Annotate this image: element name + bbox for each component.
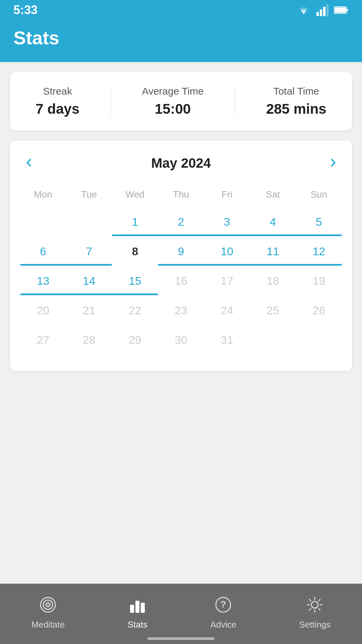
advice-icon: ? — [213, 595, 233, 616]
calendar-cell-20[interactable]: 20 — [20, 299, 66, 328]
nav-item-meditate[interactable]: Meditate — [32, 595, 65, 630]
day-number-24: 24 — [221, 305, 233, 316]
avg-time-stat: Average Time 15:00 — [142, 86, 204, 117]
day-number-13: 13 — [37, 275, 50, 286]
calendar-cell-26[interactable]: 26 — [296, 299, 342, 328]
day-number-6: 6 — [40, 246, 46, 257]
calendar-cell-27[interactable]: 27 — [20, 328, 66, 358]
calendar-cell-24[interactable]: 24 — [204, 299, 250, 328]
streak-stat: Streak 7 days — [36, 86, 79, 117]
day-header-mon: Mon — [20, 186, 66, 203]
nav-advice-label: Advice — [210, 620, 236, 630]
calendar-cell-22[interactable]: 22 — [112, 299, 158, 328]
day-number-12: 12 — [313, 246, 325, 257]
signal-icon — [316, 4, 328, 16]
svg-text:?: ? — [221, 599, 226, 609]
calendar-cell-30[interactable]: 30 — [158, 328, 204, 358]
streak-label: Streak — [43, 86, 72, 97]
row2-underline-2 — [158, 264, 342, 266]
day-header-wed: Wed — [112, 186, 158, 203]
nav-settings-label: Settings — [299, 620, 331, 630]
chevron-right-icon — [328, 157, 339, 168]
wifi-icon — [296, 4, 311, 16]
day-number-5: 5 — [316, 216, 322, 227]
day-number-31: 31 — [221, 334, 233, 345]
calendar-cell-21[interactable]: 21 — [66, 299, 112, 328]
day-number-20: 20 — [37, 305, 50, 316]
calendar-card: May 2024 Mon Tue Wed Thu Fri Sat Sun — [10, 141, 352, 371]
svg-rect-5 — [335, 7, 346, 13]
calendar-cell-29[interactable]: 29 — [112, 328, 158, 358]
day-header-fri: Fri — [204, 186, 250, 203]
stats-summary-card: Streak 7 days Average Time 15:00 Total T… — [10, 72, 352, 130]
svg-rect-11 — [130, 605, 134, 613]
svg-rect-1 — [320, 9, 322, 16]
day-number-9: 9 — [178, 246, 184, 257]
avg-time-value: 15:00 — [155, 101, 191, 117]
svg-point-10 — [47, 604, 49, 605]
day-number-14: 14 — [83, 275, 96, 286]
day-header-tue: Tue — [66, 186, 112, 203]
day-number-23: 23 — [175, 305, 187, 316]
stat-divider-1 — [111, 86, 111, 117]
status-time: 5:33 — [13, 3, 38, 17]
calendar-cell-16[interactable]: 16 — [158, 269, 204, 299]
day-number-10: 10 — [221, 246, 233, 257]
nav-item-settings[interactable]: Settings — [299, 595, 331, 630]
calendar-cell-25[interactable]: 25 — [250, 299, 296, 328]
row1-underline — [112, 234, 342, 236]
calendar-cell-18[interactable]: 18 — [250, 269, 296, 299]
day-number-16: 16 — [175, 275, 187, 286]
day-number-17: 17 — [221, 275, 233, 286]
nav-item-stats[interactable]: Stats — [127, 595, 147, 630]
day-number-28: 28 — [83, 334, 96, 345]
total-time-stat: Total Time 285 mins — [266, 86, 326, 117]
main-content: Streak 7 days Average Time 15:00 Total T… — [0, 62, 362, 381]
bottom-nav: Meditate Stats ? Advice — [0, 584, 362, 644]
calendar-cell-empty-1[interactable] — [20, 210, 66, 239]
avg-time-label: Average Time — [142, 86, 204, 97]
svg-rect-0 — [316, 12, 319, 16]
day-number-26: 26 — [313, 305, 325, 316]
svg-rect-6 — [347, 9, 348, 11]
svg-rect-13 — [141, 603, 145, 613]
prev-month-button[interactable] — [20, 154, 38, 172]
day-number-15: 15 — [129, 275, 141, 286]
day-number-1: 1 — [132, 216, 138, 227]
status-icons — [296, 4, 349, 16]
day-number-18: 18 — [266, 275, 279, 286]
calendar-cell-8[interactable]: 8 — [112, 239, 158, 269]
settings-icon — [305, 595, 325, 616]
svg-rect-12 — [135, 601, 139, 613]
calendar-cell-17[interactable]: 17 — [204, 269, 250, 299]
stats-icon — [127, 595, 147, 616]
battery-icon — [334, 5, 349, 15]
day-number-2: 2 — [178, 216, 184, 227]
calendar-row-3: 13 14 15 16 17 18 19 — [20, 269, 342, 299]
calendar-cell-19[interactable]: 19 — [296, 269, 342, 299]
calendar-row-2: 6 7 8 9 10 11 12 — [20, 239, 342, 269]
calendar-cell-31[interactable]: 31 — [204, 328, 250, 358]
day-number-7: 7 — [86, 246, 92, 257]
nav-item-advice[interactable]: ? Advice — [210, 595, 236, 630]
total-time-label: Total Time — [273, 86, 319, 97]
calendar-days-header: Mon Tue Wed Thu Fri Sat Sun — [20, 186, 342, 203]
svg-rect-2 — [323, 7, 325, 16]
svg-rect-3 — [326, 4, 328, 16]
day-number-27: 27 — [37, 334, 50, 345]
calendar-header: May 2024 — [20, 154, 342, 172]
streak-value: 7 days — [36, 101, 79, 117]
calendar-row-1: 1 2 3 4 5 — [20, 210, 342, 239]
calendar-cell-empty-2[interactable] — [66, 210, 112, 239]
day-header-thu: Thu — [158, 186, 204, 203]
calendar-cell-empty-3 — [250, 328, 296, 358]
day-number-25: 25 — [266, 305, 279, 316]
page-title: Stats — [13, 27, 59, 48]
next-month-button[interactable] — [324, 154, 342, 172]
calendar-row-5: 27 28 29 30 31 — [20, 328, 342, 358]
status-bar: 5:33 — [0, 0, 362, 20]
day-number-22: 22 — [129, 305, 141, 316]
calendar-cell-23[interactable]: 23 — [158, 299, 204, 328]
home-indicator — [147, 637, 215, 640]
calendar-cell-28[interactable]: 28 — [66, 328, 112, 358]
